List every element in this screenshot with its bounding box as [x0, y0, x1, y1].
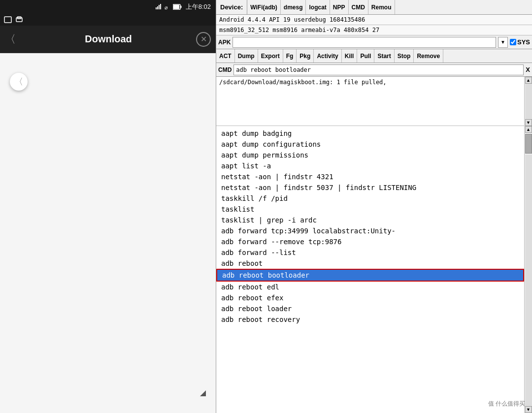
cmd-label: CMD: [218, 66, 232, 73]
list-item[interactable]: adb reboot recovery: [216, 314, 524, 325]
list-item[interactable]: adb reboot edl: [216, 282, 524, 292]
pull-button[interactable]: Pull: [357, 49, 374, 63]
kill-button[interactable]: Kill: [342, 49, 358, 63]
scroll-track: [525, 84, 532, 119]
time-display: 上午8:02: [186, 2, 211, 11]
output-scrollbar[interactable]: ▲ ▼: [524, 77, 532, 126]
watermark: 值 什么值得买: [488, 400, 525, 408]
list-scrollbar[interactable]: ▲ ▼: [524, 126, 532, 413]
cmd-button[interactable]: CMD: [349, 0, 368, 14]
logcat-button[interactable]: logcat: [306, 0, 330, 14]
list-item[interactable]: taskkill /f /pid: [216, 193, 524, 204]
list-item[interactable]: tasklist: [216, 204, 524, 215]
commands-list: aapt dump badgingaapt dump configuration…: [216, 126, 524, 413]
list-scroll-track: [525, 155, 532, 406]
device-label: Device:: [216, 0, 247, 14]
svg-rect-8: [4, 17, 11, 23]
wifi-adb-button[interactable]: WiFi(adb): [247, 0, 281, 14]
apk-dropdown[interactable]: ▼: [498, 37, 508, 48]
output-area: /sdcard/Download/magiskboot.img: 1 file …: [216, 77, 524, 126]
npp-button[interactable]: NPP: [330, 0, 349, 14]
battery-icon: [173, 4, 182, 10]
list-item[interactable]: netstat -aon | findstr 5037 | findstr LI…: [216, 182, 524, 193]
sys-label: SYS: [517, 38, 530, 46]
sys-checkbox-area: SYS: [510, 38, 530, 46]
download-bar: 〈 Download ✕: [0, 26, 216, 53]
status-icons: ⌀ 上午8:02: [155, 2, 211, 11]
action-remove-button[interactable]: Remove: [414, 49, 443, 63]
activity-button[interactable]: Activity: [314, 49, 341, 63]
commands-list-wrapper: aapt dump badgingaapt dump configuration…: [216, 126, 532, 413]
cmd-input[interactable]: [233, 64, 524, 75]
list-scroll-thumb[interactable]: [525, 134, 532, 154]
svg-rect-6: [180, 6, 181, 8]
svg-rect-7: [173, 5, 179, 9]
list-item[interactable]: adb forward --list: [216, 247, 524, 258]
back-button[interactable]: 〈: [5, 32, 16, 47]
nav-icon2: [16, 16, 23, 23]
corner-indicator: [200, 390, 206, 396]
list-item[interactable]: tasklist | grep -i ardc: [216, 215, 524, 225]
download-title: Download: [21, 33, 196, 45]
device-info-row2: msm8916_32_512 msm8916 armeabi-v7a 480x8…: [216, 25, 532, 35]
export-button[interactable]: Export: [258, 49, 283, 63]
dump-button[interactable]: Dump: [235, 49, 258, 63]
list-item[interactable]: adb reboot bootloader: [216, 269, 524, 282]
pkg-button[interactable]: Pkg: [297, 49, 314, 63]
list-scroll-up[interactable]: ▲: [525, 126, 532, 133]
output-container: /sdcard/Download/magiskboot.img: 1 file …: [216, 77, 532, 126]
list-item[interactable]: adb forward tcp:34999 localabstract:Unit…: [216, 225, 524, 236]
list-item[interactable]: aapt dump configurations: [216, 139, 524, 150]
dmesg-button[interactable]: dmesg: [281, 0, 306, 14]
fg-button[interactable]: Fg: [283, 49, 297, 63]
android-content: 〈: [0, 53, 216, 413]
list-item[interactable]: aapt list -a: [216, 160, 524, 171]
signal2-icon: ⌀: [164, 3, 171, 10]
list-item[interactable]: aapt dump badging: [216, 128, 524, 139]
act-button[interactable]: ACT: [216, 49, 235, 63]
list-item[interactable]: adb forward --remove tcp:9876: [216, 236, 524, 247]
list-item[interactable]: netstat -aon | findstr 4321: [216, 171, 524, 182]
action-row: ACT Dump Export Fg Pkg Activity Kill Pul…: [216, 49, 532, 63]
scroll-down-arrow[interactable]: ▼: [525, 119, 532, 126]
toolbar-row1: Device: WiFi(adb) dmesg logcat NPP CMD R…: [216, 0, 532, 15]
close-button[interactable]: ✕: [196, 32, 211, 47]
scroll-up-arrow[interactable]: ▲: [525, 77, 532, 84]
apk-input[interactable]: [233, 37, 496, 48]
scroll-left-arrow[interactable]: 〈: [10, 73, 28, 91]
stop-button[interactable]: Stop: [395, 49, 414, 63]
list-item[interactable]: aapt dump permissions: [216, 150, 524, 160]
signal-icon: [155, 3, 162, 10]
sys-checkbox[interactable]: [510, 39, 516, 45]
apk-label: APK: [218, 39, 231, 46]
start-button[interactable]: Start: [374, 49, 394, 63]
list-item[interactable]: adb reboot: [216, 258, 524, 269]
list-scroll-down[interactable]: ▼: [525, 406, 532, 413]
list-item[interactable]: adb reboot loader: [216, 303, 524, 314]
svg-marker-11: [200, 390, 206, 396]
device-info-row1: Android 4.4.4 API 19 userdebug 168413548…: [216, 15, 532, 25]
nav-icon1: [4, 16, 12, 23]
status-bar: ⌀ 上午8:02: [0, 0, 216, 14]
remove-button[interactable]: Remou: [368, 0, 395, 14]
cmd-clear-button[interactable]: X: [526, 66, 530, 73]
android-panel: ⌀ 上午8:02 〈 Download ✕ 〈: [0, 0, 216, 413]
cmd-row: CMD X: [216, 63, 532, 77]
svg-text:⌀: ⌀: [165, 4, 168, 10]
adb-tool-panel: Device: WiFi(adb) dmesg logcat NPP CMD R…: [216, 0, 532, 413]
list-item[interactable]: adb reboot efex: [216, 292, 524, 303]
apk-row: APK ▼ SYS: [216, 35, 532, 49]
output-text: /sdcard/Download/magiskboot.img: 1 file …: [219, 79, 387, 86]
